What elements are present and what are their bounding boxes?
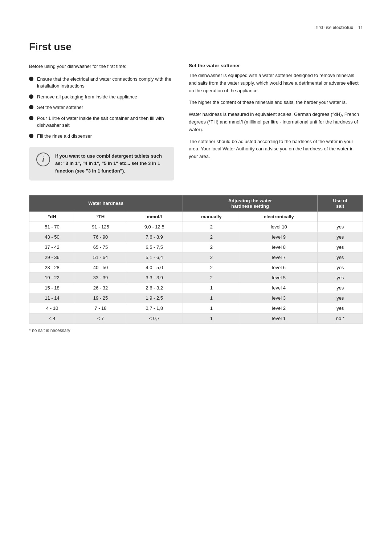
intro-text: Before using your dishwasher for the fir…: [29, 63, 174, 70]
table-cell: level 6: [240, 262, 318, 272]
table-cell: 2,6 - 3,2: [126, 283, 183, 293]
table-cell: 51 - 70: [29, 222, 75, 232]
table-row: 4 - 107 - 180,7 - 1,81level 2yes: [29, 303, 363, 313]
list-item: Fill the rinse aid dispenser: [29, 133, 174, 140]
header-text: first use electrolux 11: [316, 25, 363, 30]
list-item: Pour 1 litre of water inside the salt co…: [29, 115, 174, 129]
col-header-dh: °dH: [29, 211, 75, 222]
table-cell: 1: [183, 283, 240, 293]
table-cell: 4,0 - 5,0: [126, 262, 183, 272]
table-cell: 40 - 50: [75, 262, 126, 272]
table-cell: < 7: [75, 313, 126, 323]
col-header-adjusting: Adjusting the waterhardness setting: [183, 195, 318, 211]
right-para-1: The dishwasher is equipped with a water …: [189, 72, 363, 94]
page-header: first use electrolux 11: [29, 22, 363, 30]
table-cell: 4 - 10: [29, 303, 75, 313]
table-row: 19 - 2233 - 393,3 - 3,92level 5yes: [29, 272, 363, 283]
table-cell: 5,1 - 6,4: [126, 252, 183, 262]
table-cell: 1,9 - 2,5: [126, 293, 183, 303]
table-cell: yes: [318, 303, 363, 313]
info-box: i If you want to use combi detergent tab…: [29, 147, 174, 180]
table-row: 51 - 7091 - 1259,0 - 12,52level 10yes: [29, 222, 363, 232]
table-cell: 65 - 75: [75, 242, 126, 252]
table-cell: 19 - 22: [29, 272, 75, 283]
table-cell: 7,6 - 8,9: [126, 232, 183, 242]
page-number: 11: [358, 25, 363, 30]
right-para-2: The higher the content of these minerals…: [189, 99, 363, 106]
col-header-manually: manually: [183, 211, 240, 222]
table-cell: 3,3 - 3,9: [126, 272, 183, 283]
table-cell: yes: [318, 252, 363, 262]
brand-name: electrolux: [333, 25, 354, 30]
list-item-text: Ensure that the electrical and water con…: [37, 76, 174, 90]
bullet-icon: [29, 134, 33, 138]
table-header-row-2: °dH °TH mmol/l manually electronically: [29, 211, 363, 222]
table-cell: 7 - 18: [75, 303, 126, 313]
table-cell: < 0,7: [126, 313, 183, 323]
main-content: Before using your dishwasher for the fir…: [29, 63, 363, 186]
table-cell: 29 - 36: [29, 252, 75, 262]
info-box-bold: If you want to use combi detergent table…: [55, 153, 162, 173]
list-item-text: Set the water softener: [37, 104, 83, 111]
table-row: 11 - 1419 - 251,9 - 2,51level 3yes: [29, 293, 363, 303]
section-title: Set the water softener: [189, 63, 363, 68]
col-header-salt: [318, 211, 363, 222]
right-para-4: The softener should be adjusted accordin…: [189, 138, 363, 161]
table-cell: 2: [183, 252, 240, 262]
table-cell: 0,7 - 1,8: [126, 303, 183, 313]
table-cell: yes: [318, 222, 363, 232]
table-cell: level 3: [240, 293, 318, 303]
bullet-icon: [29, 116, 33, 120]
col-header-water-hardness: Water hardness: [29, 195, 183, 211]
table-cell: yes: [318, 262, 363, 272]
bullet-icon: [29, 94, 33, 99]
page-title: First use: [29, 41, 363, 53]
table-cell: 1: [183, 293, 240, 303]
table-cell: 23 - 28: [29, 262, 75, 272]
table-row: 15 - 1826 - 322,6 - 3,21level 4yes: [29, 283, 363, 293]
table-cell: 11 - 14: [29, 293, 75, 303]
table-cell: < 4: [29, 313, 75, 323]
table-cell: yes: [318, 272, 363, 283]
list-item: Set the water softener: [29, 104, 174, 111]
table-cell: level 1: [240, 313, 318, 323]
bullet-icon: [29, 77, 33, 81]
table-header-row-1: Water hardness Adjusting the waterhardne…: [29, 195, 363, 211]
table-cell: level 7: [240, 252, 318, 262]
table-cell: level 4: [240, 283, 318, 293]
right-para-3: Water hardness is measured in equivalent…: [189, 111, 363, 133]
table-cell: level 8: [240, 242, 318, 252]
table-cell: 1: [183, 303, 240, 313]
list-item-text: Fill the rinse aid dispenser: [37, 133, 92, 140]
col-header-use-of-salt: Use ofsalt: [318, 195, 363, 211]
list-item: Remove all packaging from inside the app…: [29, 93, 174, 101]
table-cell: no *: [318, 313, 363, 323]
right-column: Set the water softener The dishwasher is…: [189, 63, 363, 186]
table-cell: yes: [318, 232, 363, 242]
info-box-text: If you want to use combi detergent table…: [55, 153, 167, 174]
footer-note: * no salt is necessary: [29, 328, 363, 333]
table-cell: 1: [183, 313, 240, 323]
table-cell: 2: [183, 262, 240, 272]
table-cell: yes: [318, 283, 363, 293]
table-cell: 37 - 42: [29, 242, 75, 252]
table-row: < 4< 7< 0,71level 1no *: [29, 313, 363, 323]
table-cell: 33 - 39: [75, 272, 126, 283]
table-cell: 9,0 - 12,5: [126, 222, 183, 232]
table-cell: 2: [183, 242, 240, 252]
table-cell: 76 - 90: [75, 232, 126, 242]
table-cell: level 10: [240, 222, 318, 232]
table-row: 29 - 3651 - 645,1 - 6,42level 7yes: [29, 252, 363, 262]
list-item-text: Remove all packaging from inside the app…: [37, 93, 137, 101]
table-cell: level 2: [240, 303, 318, 313]
list-item-text: Pour 1 litre of water inside the salt co…: [37, 115, 174, 129]
table-body: 51 - 7091 - 1259,0 - 12,52level 10yes43 …: [29, 222, 363, 323]
table-cell: 43 - 50: [29, 232, 75, 242]
bullet-icon: [29, 105, 33, 109]
table-cell: 6,5 - 7,5: [126, 242, 183, 252]
table-cell: yes: [318, 293, 363, 303]
water-hardness-table: Water hardness Adjusting the waterhardne…: [29, 195, 363, 324]
bullet-list: Ensure that the electrical and water con…: [29, 76, 174, 140]
table-cell: yes: [318, 242, 363, 252]
table-row: 23 - 2840 - 504,0 - 5,02level 6yes: [29, 262, 363, 272]
